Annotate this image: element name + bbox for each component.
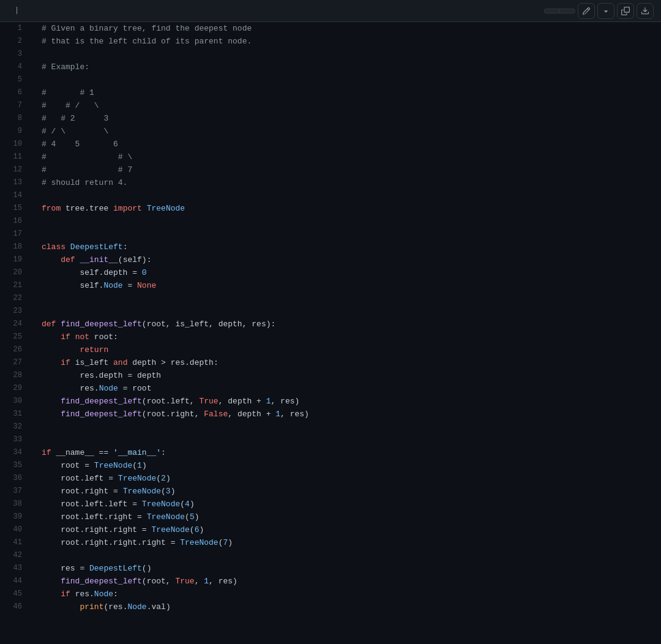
line-number: 5 <box>0 73 32 86</box>
code-line: root.right = TreeNode(3) <box>42 485 661 498</box>
line-number: 31 <box>0 408 32 421</box>
line-number: 7 <box>0 99 32 112</box>
code-line: res.depth = depth <box>42 369 661 382</box>
code-line: root = TreeNode(1) <box>42 459 661 472</box>
line-number: 14 <box>0 189 32 202</box>
code-line: self.Node = None <box>42 279 661 292</box>
code-line: # # \ <box>42 151 661 163</box>
code-line <box>42 549 661 562</box>
line-number: 24 <box>0 318 32 331</box>
line-numbers: 1234567891011121314151617181920212223242… <box>0 22 32 613</box>
code-line <box>42 305 661 318</box>
line-number: 46 <box>0 601 32 613</box>
line-number: 44 <box>0 575 32 588</box>
line-number: 45 <box>0 588 32 601</box>
code-line: # that is the left child of its parent n… <box>42 35 661 48</box>
code-line: # Example: <box>42 61 661 73</box>
line-number: 26 <box>0 343 32 356</box>
code-line: # 4 5 6 <box>42 138 661 151</box>
line-number: 41 <box>0 536 32 549</box>
line-number: 38 <box>0 498 32 511</box>
line-number: 1 <box>0 22 32 35</box>
raw-button[interactable] <box>544 9 559 13</box>
line-number: 39 <box>0 511 32 523</box>
code-line: if is_left and depth > res.depth: <box>42 356 661 369</box>
divider: | <box>15 4 19 17</box>
code-line: root.right.right.right = TreeNode(7) <box>42 536 661 549</box>
line-number: 16 <box>0 215 32 228</box>
line-number: 19 <box>0 253 32 266</box>
code-line: self.depth = 0 <box>42 266 661 279</box>
code-line <box>42 421 661 433</box>
line-number: 18 <box>0 241 32 253</box>
code-line: res = DeepestLeft() <box>42 562 661 575</box>
line-number: 17 <box>0 228 32 241</box>
edit-icon-button[interactable] <box>578 3 595 19</box>
line-number: 12 <box>0 163 32 176</box>
code-line: from tree.tree import TreeNode <box>42 202 661 215</box>
code-line: # # / \ <box>42 99 661 112</box>
code-line <box>42 433 661 446</box>
raw-blame-group <box>544 9 575 13</box>
line-number: 37 <box>0 485 32 498</box>
line-number: 30 <box>0 395 32 408</box>
line-number: 29 <box>0 382 32 395</box>
line-number: 11 <box>0 151 32 163</box>
line-number: 2 <box>0 35 32 48</box>
line-number: 43 <box>0 562 32 575</box>
line-number: 28 <box>0 369 32 382</box>
line-number: 6 <box>0 86 32 99</box>
code-line: root.left.left = TreeNode(4) <box>42 498 661 511</box>
line-number: 40 <box>0 523 32 536</box>
line-number: 22 <box>0 292 32 305</box>
line-number: 3 <box>0 48 32 61</box>
code-line: find_deepest_left(root.left, True, depth… <box>42 395 661 408</box>
line-number: 35 <box>0 459 32 472</box>
line-number: 32 <box>0 421 32 433</box>
line-number: 9 <box>0 125 32 138</box>
code-line: return <box>42 343 661 356</box>
code-line: # should return 4. <box>42 176 661 189</box>
code-line: def __init__(self): <box>42 253 661 266</box>
code-line: # Given a binary tree, find the deepest … <box>42 22 661 35</box>
line-number: 36 <box>0 472 32 485</box>
line-number: 34 <box>0 446 32 459</box>
line-number: 8 <box>0 112 32 125</box>
code-line: find_deepest_left(root, True, 1, res) <box>42 575 661 588</box>
line-number: 13 <box>0 176 32 189</box>
copy-raw-button[interactable] <box>617 3 634 19</box>
dropdown-icon-button[interactable] <box>597 3 614 19</box>
download-icon <box>641 7 649 15</box>
code-line <box>42 189 661 202</box>
line-number: 20 <box>0 266 32 279</box>
code-line: if __name__ == '__main__': <box>42 446 661 459</box>
code-line: class DeepestLeft: <box>42 241 661 253</box>
code-line: # # 7 <box>42 163 661 176</box>
line-number: 21 <box>0 279 32 292</box>
code-line: find_deepest_left(root.right, False, dep… <box>42 408 661 421</box>
line-number: 4 <box>0 61 32 73</box>
file-info: | <box>7 4 26 17</box>
line-number: 33 <box>0 433 32 446</box>
code-line: # # 2 3 <box>42 112 661 125</box>
line-number: 27 <box>0 356 32 369</box>
code-line: print(res.Node.val) <box>42 601 661 613</box>
code-line <box>42 48 661 61</box>
pencil-icon <box>582 7 591 15</box>
code-line <box>42 73 661 86</box>
code-line: def find_deepest_left(root, is_left, dep… <box>42 318 661 331</box>
code-line: # / \ \ <box>42 125 661 138</box>
code-line: root.left.right = TreeNode(5) <box>42 511 661 523</box>
blame-button[interactable] <box>559 9 575 13</box>
code-line: if not root: <box>42 331 661 343</box>
code-line: root.right.right = TreeNode(6) <box>42 523 661 536</box>
download-button[interactable] <box>637 3 654 19</box>
line-number: 15 <box>0 202 32 215</box>
code-line <box>42 215 661 228</box>
copy-icon <box>621 7 630 15</box>
toolbar-buttons <box>544 3 654 19</box>
code-line: if res.Node: <box>42 588 661 601</box>
line-number: 10 <box>0 138 32 151</box>
code-line <box>42 228 661 241</box>
code-line: # # 1 <box>42 86 661 99</box>
